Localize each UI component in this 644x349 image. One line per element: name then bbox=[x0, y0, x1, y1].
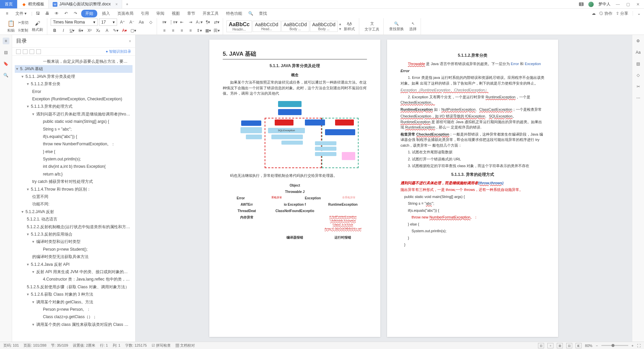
menu-dev[interactable]: 开发工具 bbox=[200, 10, 221, 17]
outline-tb-3[interactable] bbox=[30, 49, 34, 54]
outline-item[interactable]: ▾5.1.1.4.Throw 和 throws 的区别： bbox=[15, 186, 132, 193]
highlight-icon[interactable]: ✎▾ bbox=[112, 27, 120, 34]
outline-item[interactable]: Error bbox=[15, 88, 132, 95]
outline-item[interactable]: Person p=new Person。： bbox=[15, 306, 132, 313]
bullets-icon[interactable]: ≡▾ bbox=[160, 18, 168, 26]
outline-item[interactable]: ▾5.1.2.3.反射的应用场合 bbox=[15, 231, 132, 238]
outline-item[interactable]: int div(int a,int b) throws Exception{ bbox=[15, 163, 132, 170]
outline-item[interactable]: ▾遇到问题不进行具体处理,而是继续抛给调用者(throw,throws) bbox=[15, 110, 132, 118]
outline-item[interactable]: String s = "abc"; bbox=[15, 126, 132, 133]
outline-item[interactable]: ▾5. JAVA 基础 bbox=[15, 65, 132, 72]
indent-right-icon[interactable]: ⇥ bbox=[186, 18, 195, 26]
font-select[interactable]: Times New Roma▾ bbox=[51, 18, 98, 26]
menu-refs[interactable]: 引用 bbox=[138, 10, 152, 17]
style-body2[interactable]: AaBbCcDdBody ... bbox=[310, 21, 338, 32]
new-tab-button[interactable]: ＋ bbox=[122, 0, 132, 8]
menu-insert[interactable]: 插入 bbox=[99, 10, 113, 17]
zoom-value[interactable]: 80% bbox=[585, 344, 592, 348]
outline-tree[interactable]: 一般来说，自定义同步器要么是独占方法，要么是共享方 ... ▾5. JAVA 基… bbox=[12, 56, 135, 342]
minimize-icon[interactable]: — bbox=[615, 2, 621, 7]
menu-view[interactable]: 视图 bbox=[169, 10, 182, 17]
cloud-icon[interactable]: ☁ bbox=[592, 11, 596, 16]
preview-icon[interactable]: 👁 bbox=[53, 10, 60, 17]
bookmark-icon[interactable]: 🔖 bbox=[3, 60, 9, 67]
align-right-icon[interactable]: ≡ bbox=[178, 27, 186, 34]
menu-find[interactable]: 查找 bbox=[256, 10, 270, 17]
outline-item[interactable]: try catch 捕获异常针对性处理方式 bbox=[15, 178, 132, 185]
align-left-icon[interactable]: ≡ bbox=[160, 27, 168, 34]
fullscreen-icon[interactable]: ⛶ bbox=[637, 344, 641, 348]
underline-icon[interactable]: U▾ bbox=[68, 27, 76, 34]
font-size-select[interactable]: 17▾ bbox=[99, 18, 117, 26]
avatar[interactable] bbox=[588, 2, 594, 7]
collab-icon[interactable]: ◎ 协作 bbox=[599, 11, 612, 16]
pinyin-icon[interactable]: A bbox=[103, 27, 111, 34]
rs-more-icon[interactable]: ⋯ bbox=[635, 95, 642, 101]
rs-settings-icon[interactable]: ⚙ bbox=[635, 38, 642, 44]
zoom-tool-icon[interactable]: 🔍 bbox=[3, 72, 9, 79]
menu-layout[interactable]: 页面布局 bbox=[115, 10, 136, 17]
sort-icon[interactable]: A↓▾ bbox=[195, 18, 203, 26]
outline-item[interactable]: ▾调用某个对象的 getClass。方法 bbox=[15, 298, 132, 306]
rs-clip-icon[interactable]: ✂ bbox=[635, 83, 642, 90]
show-marks-icon[interactable]: ¶▾ bbox=[204, 18, 212, 26]
smart-identify[interactable]: ● 智能识别目录 bbox=[106, 49, 131, 54]
cut-button[interactable]: ✂ 剪切 bbox=[18, 19, 29, 26]
borders-icon[interactable]: 田▾ bbox=[213, 27, 221, 34]
menu-review[interactable]: 审阅 bbox=[154, 10, 167, 17]
outline-item[interactable]: ▾5.1.2.6.获取 Class 对象的 3 种方法 bbox=[15, 291, 132, 298]
tab-templates[interactable]: ◆ 稻壳模板 bbox=[17, 0, 49, 8]
zoom-out-icon[interactable]: − bbox=[596, 344, 598, 348]
menu-start[interactable]: 开始 bbox=[81, 10, 97, 17]
outline-item[interactable]: 5.1.2.2.反射机制概念(运行状态中知道类所有的属性和方法) bbox=[15, 223, 132, 231]
copy-button[interactable]: ⎘ 复制 bbox=[18, 27, 29, 34]
outline-item[interactable]: ▾反射 API 用来生成 JVM 中的类、接口或则对象的信息。 bbox=[15, 268, 132, 276]
format-brush-button[interactable]: 🖌格式刷 bbox=[30, 18, 45, 35]
view-mode-1[interactable]: ▥ bbox=[538, 343, 544, 348]
indent-left-icon[interactable]: ⇤ bbox=[178, 18, 186, 26]
view-mode-4[interactable]: ▤ bbox=[566, 343, 572, 348]
status-pages[interactable]: 页面: 101/288 bbox=[23, 343, 46, 348]
outline-item[interactable]: } else { bbox=[15, 148, 132, 155]
increase-font-icon[interactable]: A⁺ bbox=[118, 18, 126, 26]
change-case-icon[interactable]: Aa bbox=[137, 18, 145, 26]
outline-item[interactable]: Class clazz=p.getClass（）； bbox=[15, 313, 132, 320]
search-icon[interactable]: 🔍 bbox=[247, 10, 254, 17]
style-heading1[interactable]: AaBbCcHeadin... bbox=[226, 20, 252, 32]
outline-item[interactable]: public static void main(String[] args) { bbox=[15, 118, 132, 125]
clear-format-icon[interactable]: ◇ bbox=[147, 18, 155, 26]
status-words[interactable]: 字数: 125175 bbox=[125, 343, 147, 348]
outline-item[interactable]: ▾5.1.2.JAVA 反射 bbox=[15, 208, 132, 215]
outline-icon[interactable]: ≡ bbox=[3, 38, 9, 44]
view-mode-5[interactable]: ◧ bbox=[576, 343, 582, 348]
bold-icon[interactable]: B bbox=[51, 27, 59, 34]
outline-tb-4[interactable] bbox=[36, 49, 41, 54]
rs-style-icon[interactable]: Aa bbox=[635, 49, 642, 56]
style-scroll-up-icon[interactable]: ▴ bbox=[339, 21, 341, 26]
outline-item[interactable]: 5.1.2.1. 动态语言 bbox=[15, 215, 132, 223]
shading-icon[interactable]: ▦▾ bbox=[204, 27, 212, 34]
line-spacing-icon[interactable]: ⇕▾ bbox=[195, 27, 203, 34]
menu-special[interactable]: 特色功能 bbox=[223, 10, 245, 17]
find-replace-button[interactable]: 🔍查找替换 bbox=[387, 18, 406, 35]
decrease-font-icon[interactable]: A⁻ bbox=[128, 18, 136, 26]
maximize-icon[interactable]: ▢ bbox=[625, 2, 631, 7]
menu-section[interactable]: 章节 bbox=[184, 10, 198, 17]
document-canvas[interactable]: ▦ ▾ 5. JAVA 基础 5.1.1. JAVA 异常分类及处理 概念 如果… bbox=[136, 35, 632, 342]
select-button[interactable]: ↖选择 bbox=[407, 18, 419, 35]
outline-item[interactable]: 的编译时类型无法获取具体方法 bbox=[15, 253, 132, 260]
outline-tb-1[interactable] bbox=[16, 49, 21, 54]
align-center-icon[interactable]: ≡ bbox=[169, 27, 177, 34]
subscript-icon[interactable]: X₂ bbox=[94, 27, 102, 34]
tab-home[interactable]: 首页 bbox=[0, 0, 17, 8]
share-icon[interactable]: ⇪ 分享 bbox=[616, 11, 628, 16]
outline-item[interactable]: ▾调用某个类的 class 属性来获取该类对应的 Class 对象 bbox=[15, 321, 132, 328]
status-doccheck[interactable]: ▦ 文档校对 bbox=[175, 343, 195, 348]
outline-item[interactable]: ▾5.1.1.3.异常的处理方式 bbox=[15, 103, 132, 110]
print-icon[interactable]: 🖶 bbox=[44, 10, 51, 17]
font-color-icon[interactable]: A▾ bbox=[120, 27, 128, 34]
outline-item[interactable]: System.out.println(s); bbox=[15, 155, 132, 163]
hamburger-icon[interactable]: ≡ bbox=[3, 10, 11, 17]
style-body1[interactable]: AaBbCcDdBody ... bbox=[281, 21, 309, 32]
rs-layout-icon[interactable]: ▤ bbox=[635, 60, 642, 67]
